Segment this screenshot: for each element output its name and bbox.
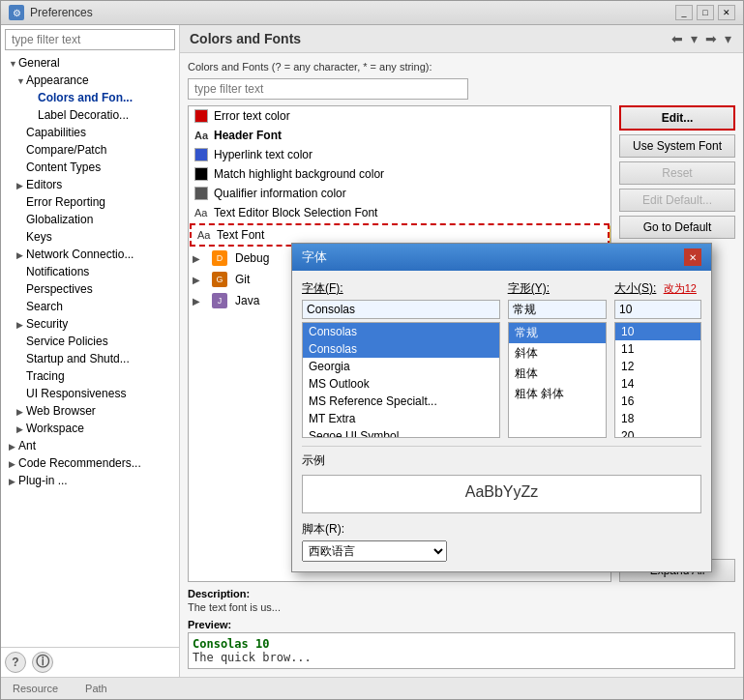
tree-area: ▼General ▼Appearance Colors and Fon... L…	[1, 54, 179, 647]
git-label: Git	[235, 273, 250, 286]
font-size-label-text: 大小(S):	[614, 281, 656, 295]
color-item-hyperlink[interactable]: Hyperlink text color	[189, 145, 610, 164]
back-button[interactable]: ⬅	[670, 31, 685, 46]
font-size-listbox[interactable]: 10 11 12 14 16 18 20	[614, 322, 701, 438]
sidebar-item-capabilities[interactable]: Capabilities	[1, 124, 179, 141]
style-item-bold[interactable]: 粗体	[509, 364, 606, 384]
sidebar-item-notifications[interactable]: Notifications	[1, 263, 179, 280]
font-item-consolas-top[interactable]: Consolas	[303, 323, 499, 340]
font-item-consolas-main[interactable]: Consolas	[303, 340, 499, 358]
sidebar-item-web-browser[interactable]: ▶Web Browser	[1, 402, 179, 420]
font-name-input[interactable]	[302, 300, 500, 319]
sidebar-item-code-recommenders[interactable]: ▶Code Recommenders...	[1, 454, 179, 472]
style-item-regular[interactable]: 常规	[509, 323, 606, 343]
sidebar-item-service-policies[interactable]: Service Policies	[1, 333, 179, 350]
style-item-bold-italic[interactable]: 粗体 斜体	[509, 384, 606, 404]
resource-column-header: Resource	[9, 681, 77, 696]
sidebar: ▼General ▼Appearance Colors and Fon... L…	[1, 25, 180, 677]
font-size-label: 大小(S): 改为12	[614, 280, 701, 297]
reset-button[interactable]: Reset	[619, 161, 735, 185]
sidebar-item-ant[interactable]: ▶Ant	[1, 437, 179, 454]
sidebar-item-editors[interactable]: ▶Editors	[1, 176, 179, 193]
size-item-10[interactable]: 10	[615, 323, 700, 340]
match-highlight-label: Match highlight background color	[214, 167, 384, 181]
color-item-block-selection[interactable]: Aa Text Editor Block Selection Font	[189, 203, 610, 222]
font-style-listbox[interactable]: 常规 斜体 粗体 粗体 斜体	[508, 322, 607, 438]
font-style-label: 字形(Y):	[508, 280, 607, 297]
size-item-18[interactable]: 18	[615, 410, 700, 427]
size-item-12[interactable]: 12	[615, 358, 700, 375]
colors-filter-input[interactable]	[188, 78, 468, 100]
sidebar-item-perspectives[interactable]: Perspectives	[1, 280, 179, 298]
style-item-italic[interactable]: 斜体	[509, 343, 606, 364]
sidebar-filter-input[interactable]	[5, 29, 175, 50]
help-button[interactable]: ?	[5, 652, 26, 673]
font-item-ms-reference[interactable]: MS Reference Specialt...	[303, 393, 499, 410]
sidebar-item-ui-responsiveness[interactable]: UI Responsiveness	[1, 385, 179, 402]
size-item-20[interactable]: 20	[615, 427, 700, 438]
size-item-11[interactable]: 11	[615, 340, 700, 358]
info-button[interactable]: ⓘ	[32, 652, 53, 673]
font-size-input[interactable]	[614, 300, 701, 319]
sidebar-item-workspace[interactable]: ▶Workspace	[1, 420, 179, 437]
text-font-aa-icon: Aa	[197, 229, 211, 241]
sidebar-item-content-types[interactable]: Content Types	[1, 159, 179, 176]
sidebar-item-appearance[interactable]: ▼Appearance	[1, 72, 179, 89]
sidebar-item-general[interactable]: ▼General	[1, 54, 179, 72]
sidebar-item-label-decorations[interactable]: Label Decoratio...	[1, 106, 179, 124]
font-script-section: 脚本(R): 西欧语言	[302, 521, 701, 562]
font-script-select[interactable]: 西欧语言	[302, 540, 447, 562]
font-item-segoe-ui-symbol[interactable]: Segoe UI Symbol	[303, 427, 499, 438]
java-arrow-icon: ▶	[193, 296, 206, 306]
forward-button[interactable]: ➡	[703, 31, 719, 46]
header-font-aa-icon: Aa	[194, 130, 208, 141]
font-name-listbox[interactable]: Consolas Consolas Georgia MS Outlook MS …	[302, 322, 500, 438]
sidebar-item-startup[interactable]: Startup and Shutd...	[1, 350, 179, 367]
font-style-column: 字形(Y): 常规 斜体 粗体 粗体 斜体	[508, 280, 607, 438]
font-item-ms-outlook[interactable]: MS Outlook	[303, 375, 499, 393]
color-item-match-highlight[interactable]: Match highlight background color	[189, 164, 610, 184]
debug-icon: D	[212, 250, 227, 266]
block-selection-label: Text Editor Block Selection Font	[214, 206, 377, 219]
preview-section: Preview: Consolas 10 The quick brow...	[188, 619, 735, 669]
color-item-qualifier[interactable]: Qualifier information color	[189, 184, 610, 203]
size-item-14[interactable]: 14	[615, 375, 700, 393]
use-system-font-button[interactable]: Use System Font	[619, 134, 735, 158]
java-icon: J	[212, 293, 227, 308]
block-selection-aa-icon: Aa	[194, 207, 208, 219]
sidebar-item-network[interactable]: ▶Network Connectio...	[1, 246, 179, 263]
dropdown-button[interactable]: ▾	[689, 31, 699, 46]
font-item-mt-extra[interactable]: MT Extra	[303, 410, 499, 427]
sidebar-item-security[interactable]: ▶Security	[1, 315, 179, 333]
sidebar-item-tracing[interactable]: Tracing	[1, 367, 179, 385]
sidebar-item-error-reporting[interactable]: Error Reporting	[1, 193, 179, 211]
preview-line2: The quick brow...	[193, 651, 730, 664]
minimize-button[interactable]: _	[675, 5, 693, 20]
close-button[interactable]: ✕	[718, 5, 735, 20]
color-item-header-font[interactable]: Aa Header Font	[189, 126, 610, 145]
sidebar-item-globalization[interactable]: Globalization	[1, 211, 179, 228]
window-title: Preferences	[30, 6, 93, 19]
sidebar-item-search[interactable]: Search	[1, 298, 179, 315]
go-to-default-button[interactable]: Go to Default	[619, 216, 735, 239]
color-item-error[interactable]: Error text color	[189, 106, 610, 126]
edit-button[interactable]: Edit...	[619, 105, 735, 131]
sidebar-item-keys[interactable]: Keys	[1, 228, 179, 246]
sidebar-item-colors-fonts[interactable]: Colors and Fon...	[1, 89, 179, 106]
font-dialog-close-button[interactable]: ✕	[684, 248, 701, 266]
size-item-16[interactable]: 16	[615, 393, 700, 410]
sidebar-item-compare-patch[interactable]: Compare/Patch	[1, 141, 179, 159]
panel-header: Colors and Fonts ⬅ ▾ ➡ ▾	[180, 25, 743, 53]
maximize-button[interactable]: □	[697, 5, 714, 20]
panel-subtitle: Colors and Fonts (? = any character, * =…	[188, 61, 735, 73]
sidebar-item-plugin[interactable]: ▶Plug-in ...	[1, 472, 179, 489]
font-style-input[interactable]	[508, 300, 607, 319]
nav-dropdown-button[interactable]: ▾	[723, 31, 733, 46]
preview-label: Preview:	[188, 619, 735, 630]
title-bar-controls: _ □ ✕	[675, 5, 735, 20]
font-item-georgia[interactable]: Georgia	[303, 358, 499, 375]
preferences-icon: ⚙	[9, 5, 24, 20]
edit-default-button[interactable]: Edit Default...	[619, 189, 735, 212]
font-dialog: 字体 ✕ 字体(F): Consolas Consolas Georgia MS…	[291, 243, 712, 572]
title-bar: ⚙ Preferences _ □ ✕	[1, 1, 743, 25]
